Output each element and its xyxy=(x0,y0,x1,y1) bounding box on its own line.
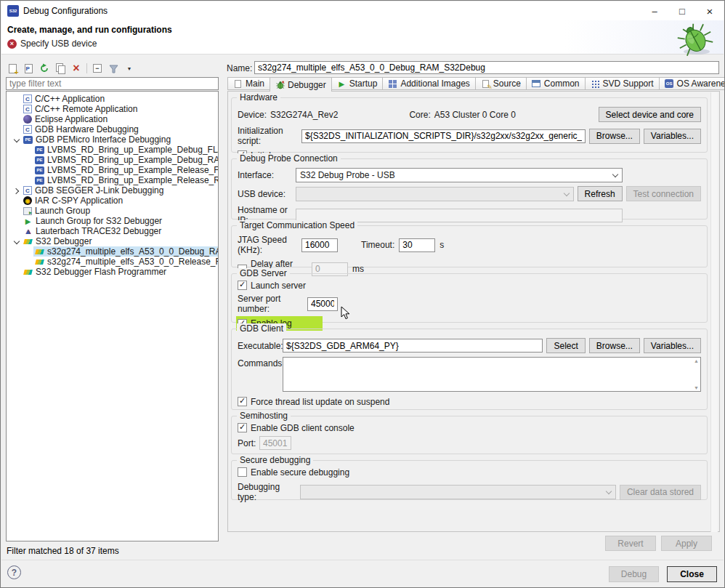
apply-button[interactable]: Apply xyxy=(661,536,712,551)
usb-device-label: USB device: xyxy=(238,189,296,199)
os-chip-icon xyxy=(665,79,674,89)
maximize-button[interactable]: □ xyxy=(668,1,696,20)
scroll-arrows-icon[interactable]: ▲▼ xyxy=(694,358,699,390)
filter-input[interactable] xyxy=(6,77,219,90)
tab-common[interactable]: Common xyxy=(526,77,586,90)
jtag-speed-label: JTAG Speed (KHz): xyxy=(238,235,301,255)
clear-data-stored-button[interactable]: Clear data stored xyxy=(620,485,701,500)
pemicro-icon xyxy=(35,156,44,164)
window-icon xyxy=(532,79,541,89)
sash[interactable] xyxy=(221,57,224,553)
view-menu-icon[interactable]: ▼ xyxy=(123,63,135,74)
jtag-speed-input[interactable] xyxy=(301,238,338,252)
debugging-type-select[interactable] xyxy=(300,485,616,499)
close-button[interactable]: Close xyxy=(667,566,717,582)
tree-item-lauterbach[interactable]: Lauterbach TRACE32 Debugger xyxy=(7,226,218,236)
server-port-input[interactable] xyxy=(307,297,338,311)
close-window-button[interactable]: × xyxy=(696,1,724,20)
tree-item-lvbms-debug-ram[interactable]: LVBMS_RD_Bring_up_Example_Debug_RAM_PNE xyxy=(7,155,218,165)
collapse-all-icon[interactable] xyxy=(92,63,103,74)
interface-label: Interface: xyxy=(238,170,296,180)
tree-item-s32g274-release-ram[interactable]: s32g274_multiple_elfs_A53_0_0_Release_RA… xyxy=(7,257,218,267)
select-device-and-core-button[interactable]: Select device and core xyxy=(599,107,701,122)
gdb-server-group: GDB Server Launch server Server port num… xyxy=(231,273,708,323)
semihosting-port-input[interactable] xyxy=(259,436,291,450)
tree-item-gdb-hardware-debugging[interactable]: GDB Hardware Debugging xyxy=(7,124,218,134)
title-bar[interactable]: Debug Configurations – □ × xyxy=(1,1,724,20)
force-thread-checkbox[interactable] xyxy=(238,397,247,406)
server-port-label: Server port number: xyxy=(238,294,307,314)
collapse-arrow-icon[interactable] xyxy=(14,239,19,244)
device-label: Device: xyxy=(238,110,267,120)
tree-item-cpp-remote-application[interactable]: C/C++ Remote Application xyxy=(7,104,218,114)
executable-input[interactable] xyxy=(283,339,543,353)
tree-item-iar-cspy[interactable]: IAR C-SPY Application xyxy=(7,196,218,206)
tree-item-s32-flash-programmer[interactable]: S32 Debugger Flash Programmer xyxy=(7,267,218,277)
tab-source[interactable]: Source xyxy=(475,77,527,90)
group-legend: Semihosting xyxy=(237,411,291,421)
eclipse-icon xyxy=(23,115,32,124)
configurations-tree: C/C++ Application C/C++ Remote Applicati… xyxy=(6,91,219,541)
error-icon xyxy=(7,39,17,49)
tree-item-launch-group-s32[interactable]: Launch Group for S32 Debugger xyxy=(7,216,218,226)
tree-item-cpp-application[interactable]: C/C++ Application xyxy=(7,94,218,104)
secure-debugging-group: Secure debugging Enable secure debugging… xyxy=(231,460,708,500)
enable-gdb-console-checkbox[interactable] xyxy=(238,423,247,432)
c-app-icon xyxy=(23,186,32,195)
tab-additional-images[interactable]: Additional Images xyxy=(382,77,475,90)
commands-textarea[interactable]: ▲▼ xyxy=(283,357,701,392)
debug-bug-image xyxy=(671,23,717,57)
tree-item-lvbms-release-flash[interactable]: LVBMS_RD_Bring_up_Example_Release_FLASH_… xyxy=(7,165,218,175)
filter-icon[interactable] xyxy=(108,63,119,74)
browse-button[interactable]: Browse... xyxy=(589,129,640,144)
tree-item-lvbms-debug-flash[interactable]: LVBMS_RD_Bring_up_Example_Debug_FLASH_PN… xyxy=(7,145,218,155)
commands-label: Commands: xyxy=(238,358,283,368)
error-message: Specify USB device xyxy=(20,39,97,49)
help-button[interactable]: ? xyxy=(7,565,21,579)
tree-item-eclipse-application[interactable]: Eclipse Application xyxy=(7,114,218,124)
debug-button[interactable]: Debug xyxy=(609,566,659,582)
minimize-button[interactable]: – xyxy=(641,1,668,20)
device-value: S32G274A_Rev2 xyxy=(270,110,338,120)
variables-button[interactable]: Variables... xyxy=(644,129,701,144)
variables-button[interactable]: Variables... xyxy=(644,338,701,353)
expand-arrow-icon[interactable] xyxy=(14,188,19,193)
launch-server-checkbox[interactable] xyxy=(238,281,247,290)
enable-secure-debugging-checkbox[interactable] xyxy=(238,467,247,477)
pemicro-icon xyxy=(23,136,33,144)
tree-item-s32-debugger[interactable]: S32 Debugger xyxy=(7,236,218,246)
collapse-arrow-icon[interactable] xyxy=(14,137,19,142)
tree-item-gdb-pemicro[interactable]: GDB PEMicro Interface Debugging xyxy=(7,134,218,145)
tab-main[interactable]: Main xyxy=(227,77,270,90)
interface-select[interactable]: S32 Debug Probe - USB xyxy=(296,168,623,182)
tab-svd-support[interactable]: SVD Support xyxy=(585,77,660,90)
tab-startup[interactable]: Startup xyxy=(331,77,384,90)
pemicro-icon xyxy=(35,177,44,185)
name-input[interactable] xyxy=(254,61,719,74)
tree-item-s32g274-debug-ram[interactable]: s32g274_multiple_elfs_A53_0_0_Debug_RAM_… xyxy=(7,246,218,257)
refresh-button[interactable]: Refresh xyxy=(578,186,623,201)
new-launch-configuration-icon[interactable] xyxy=(7,63,18,74)
grid-dots-icon xyxy=(591,79,600,89)
tab-os-awareness[interactable]: OS Awareness xyxy=(659,77,725,90)
revert-button[interactable]: Revert xyxy=(605,536,656,551)
duplicate-icon[interactable] xyxy=(54,63,66,74)
select-button[interactable]: Select xyxy=(546,338,585,353)
test-connection-button[interactable]: Test connection xyxy=(626,186,701,201)
timeout-input[interactable] xyxy=(399,238,435,252)
tab-debugger[interactable]: Debugger xyxy=(270,77,332,92)
tree-item-launch-group[interactable]: Launch Group xyxy=(7,206,218,216)
delete-icon[interactable]: × xyxy=(70,63,82,74)
nxp-icon xyxy=(23,267,33,277)
debugging-type-label: Debugging type: xyxy=(238,482,300,502)
browse-button[interactable]: Browse... xyxy=(589,338,640,353)
init-script-input[interactable] xyxy=(301,129,586,143)
tree-item-lvbms-release-ram[interactable]: LVBMS_RD_Bring_up_Example_Release_RAM_PN… xyxy=(7,175,218,185)
usb-device-select[interactable] xyxy=(296,187,574,201)
vertical-scrollbar[interactable] xyxy=(710,92,718,532)
tree-item-gdb-segger[interactable]: GDB SEGGER J-Link Debugging xyxy=(7,185,218,196)
tab-bar: Main Debugger Startup Additional Images … xyxy=(227,77,725,91)
new-prototype-icon[interactable] xyxy=(23,63,34,74)
page-icon xyxy=(233,79,243,89)
circular-arrows-icon[interactable] xyxy=(39,63,50,74)
